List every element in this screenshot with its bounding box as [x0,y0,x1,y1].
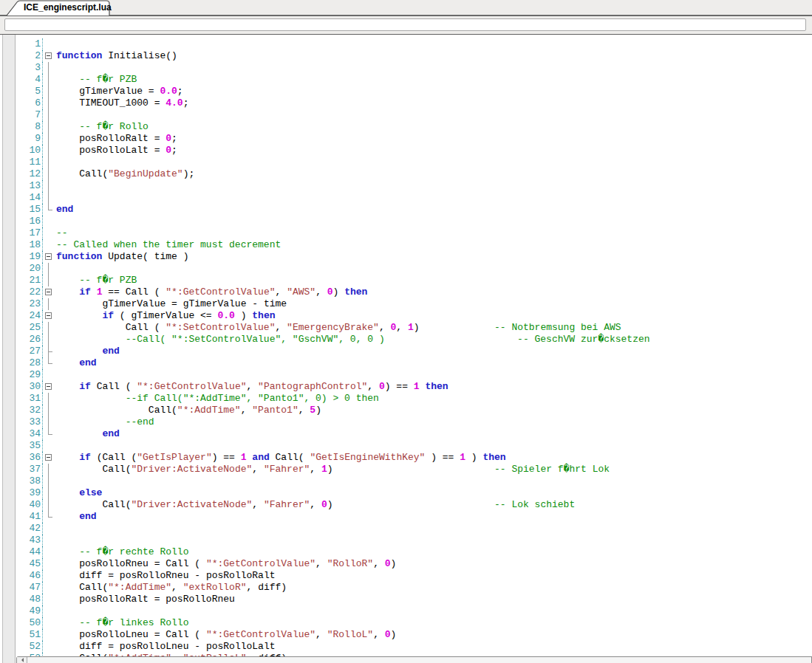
fold-margin [42,558,54,570]
code-text[interactable]: if ( gTimerValue <= 0.0 ) then [56,310,276,322]
fold-margin [42,38,54,50]
horizontal-scrollbar[interactable] [16,656,812,663]
path-field[interactable] [4,18,806,31]
line-number: 44 [16,546,42,558]
code-text[interactable]: if (Call ("GetIsPlayer") == 1 and Call( … [56,452,506,464]
fold-collapse-icon[interactable] [42,310,54,322]
code-text[interactable]: -- f�r rechte Rollo [56,546,188,558]
code-line: 45 posRolloRneu = Call ( "*:GetControlVa… [16,558,812,570]
code-text[interactable]: end [56,346,120,357]
code-text[interactable]: --if Call("*:AddTime", "Panto1", 0) > 0 … [56,393,379,405]
line-number: 4 [16,74,42,86]
line-number: 1 [16,38,42,50]
line-number: 27 [16,346,42,357]
code-text[interactable]: diff = posRolloLneu - posRolloLalt [56,641,276,653]
code-text[interactable]: -- Called when the timer must decrement [56,239,281,251]
fold-collapse-icon[interactable] [42,251,54,263]
code-text[interactable]: end [56,428,120,440]
code-text[interactable]: end [56,357,97,369]
code-text[interactable]: Call("Driver:ActivateNode", "Fahrer", 0)… [56,499,575,511]
code-line: 25 Call ( "*:SetControlValue", "Emergenc… [16,322,812,334]
fold-collapse-icon[interactable] [42,381,54,393]
code-line: 36 if (Call ("GetIsPlayer") == 1 and Cal… [16,452,812,464]
line-number: 21 [16,275,42,286]
fold-margin [42,121,54,133]
code-text[interactable]: --end [56,416,154,428]
fold-margin [42,428,54,440]
code-text[interactable]: else [56,487,102,499]
code-line: 34 end [16,428,812,440]
line-number: 42 [16,523,42,535]
line-number: 33 [16,416,42,428]
code-text[interactable]: posRolloRalt = 0; [56,133,177,145]
fold-margin [42,62,54,74]
fold-margin [42,369,54,381]
code-text[interactable]: -- f�r Rollo [56,121,149,133]
fold-margin [42,275,54,286]
fold-margin [42,133,54,145]
fold-margin [42,475,54,487]
fold-margin [42,511,54,523]
code-line: 33 --end [16,416,812,428]
fold-margin [42,523,54,535]
code-text[interactable]: -- [56,227,68,239]
code-text[interactable]: Call("*:AddTime", "Panto1", 5) [56,405,321,416]
code-text[interactable]: end [56,204,73,216]
code-text[interactable]: TIMEOUT_1000 = 4.0; [56,97,188,109]
code-text[interactable]: Call("Driver:ActivateNode", "Fahrer", 1)… [56,464,610,475]
code-line: 31 --if Call("*:AddTime", "Panto1", 0) >… [16,393,812,405]
fold-margin [42,227,54,239]
code-text[interactable]: posRolloLneu = Call ( "*:GetControlValue… [56,629,396,641]
code-line: 12 Call("BeginUpdate"); [16,168,812,180]
code-text[interactable]: -- f�r PZB [56,275,137,286]
code-line: 46 diff = posRolloRneu - posRolloRalt [16,570,812,582]
code-text[interactable]: gTimerValue = 0.0; [56,86,183,97]
line-number: 50 [16,617,42,629]
fold-margin [42,204,54,216]
fold-margin [42,582,54,594]
fold-margin [42,322,54,334]
code-line: 51 posRolloLneu = Call ( "*:GetControlVa… [16,629,812,641]
line-number: 8 [16,121,42,133]
scroll-left-button[interactable] [17,657,27,663]
code-text[interactable]: Call("BeginUpdate"); [56,168,194,180]
code-text[interactable]: function Update( time ) [56,251,188,263]
fold-collapse-icon[interactable] [42,452,54,464]
fold-margin [42,499,54,511]
code-text[interactable]: Call ( "*:SetControlValue", "EmergencyBr… [56,322,621,334]
code-lines: 12function Initialise()34 -- f�r PZB5 gT… [16,35,812,663]
code-line: 3 [16,62,812,74]
line-number: 22 [16,286,42,298]
code-text[interactable]: posRolloRalt = posRolloRneu [56,594,235,605]
fold-collapse-icon[interactable] [42,286,54,298]
editor-pane[interactable]: 12function Initialise()34 -- f�r PZB5 gT… [0,34,812,663]
code-text[interactable]: diff = posRolloRneu - posRolloRalt [56,570,276,582]
line-number: 3 [16,62,42,74]
fold-margin [42,535,54,546]
tab-bar: ICE_enginescript.lua [0,0,812,16]
line-number: 9 [16,133,42,145]
code-line: 30 if Call ( "*:GetControlValue", "Panto… [16,381,812,393]
code-line: 41 end [16,511,812,523]
code-text[interactable]: --Call( "*:SetControlValue", "GschVW", 0… [56,334,650,346]
fold-margin [42,168,54,180]
code-text[interactable]: Call("*:AddTime", "extRolloR", diff) [56,582,287,594]
fold-margin [42,629,54,641]
code-text[interactable]: -- f�r PZB [56,74,137,86]
code-text[interactable]: posRolloLalt = 0; [56,145,177,157]
code-text[interactable]: posRolloRneu = Call ( "*:GetControlValue… [56,558,396,570]
tab-ice-enginescript[interactable]: ICE_enginescript.lua [6,0,111,16]
code-text[interactable]: end [56,511,97,523]
line-number: 38 [16,475,42,487]
code-text[interactable]: if Call ( "*:GetControlValue", "Pantogra… [56,381,448,393]
code-text[interactable]: if 1 == Call ( "*:GetControlValue", "AWS… [56,286,367,298]
fold-margin [42,617,54,629]
fold-collapse-icon[interactable] [42,50,54,62]
code-text[interactable]: -- f�r linkes Rollo [56,617,188,629]
line-number: 13 [16,180,42,192]
fold-margin [42,74,54,86]
fold-margin [42,416,54,428]
code-text[interactable]: gTimerValue = gTimerValue - time [56,298,287,310]
line-number: 35 [16,440,42,452]
code-text[interactable]: function Initialise() [56,50,177,62]
